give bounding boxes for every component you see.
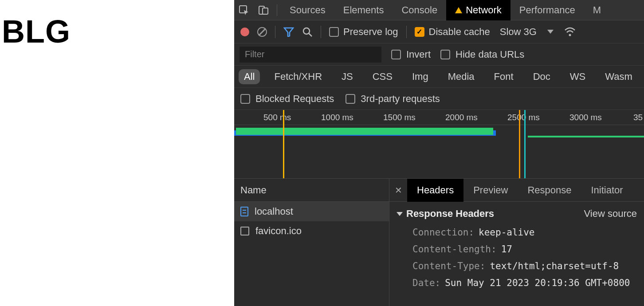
- chevron-down-icon: [397, 212, 403, 216]
- search-icon[interactable]: [302, 27, 313, 37]
- type-img[interactable]: Img: [407, 69, 434, 84]
- header-value: keep-alive: [479, 227, 534, 238]
- tick: 3000 ms: [569, 113, 602, 122]
- filter-input[interactable]: [240, 47, 381, 63]
- disable-cache-checkbox[interactable]: Disable cache: [415, 26, 490, 38]
- close-detail-button[interactable]: ✕: [389, 185, 407, 196]
- request-detail: ✕ Headers Preview Response Initiator Res…: [389, 179, 644, 306]
- tab-performance[interactable]: Performance: [510, 0, 584, 20]
- type-doc[interactable]: Doc: [528, 69, 556, 84]
- devtools-tabbar: Sources Elements Console Network Perform…: [234, 0, 644, 20]
- header-value: text/html;charset=utf-8: [490, 261, 619, 271]
- invert-checkbox[interactable]: Invert: [391, 49, 431, 60]
- document-icon: [240, 207, 248, 216]
- clear-button[interactable]: [257, 27, 267, 37]
- network-toolbar: Preserve log Disable cache Slow 3G: [234, 20, 644, 43]
- headers-pane: Response Headers View source Connection:…: [389, 202, 644, 306]
- request-name: localhost: [255, 206, 293, 217]
- header-value: 17: [501, 244, 512, 255]
- header-row: Connection:keep-alive: [397, 224, 637, 241]
- load-marker: [519, 110, 520, 178]
- response-headers-section[interactable]: Response Headers View source: [397, 206, 637, 224]
- type-js[interactable]: JS: [336, 69, 358, 84]
- devtools-panel: Sources Elements Console Network Perform…: [234, 0, 644, 306]
- record-button[interactable]: [240, 27, 249, 36]
- filter-toggle-icon[interactable]: [283, 27, 294, 37]
- device-toggle-icon[interactable]: [254, 0, 273, 20]
- extra-filters: Blocked Requests 3rd-party requests: [234, 88, 644, 110]
- svg-point-3: [303, 28, 310, 34]
- warning-icon: [455, 7, 462, 13]
- tab-network[interactable]: Network: [446, 0, 510, 20]
- filter-bar: Invert Hide data URLs: [234, 43, 644, 66]
- request-list: Name localhost favicon.ico: [234, 179, 389, 306]
- header-value: Sun May 21 2023 20:19:36 GMT+0800: [445, 278, 630, 288]
- header-key: Connection:: [412, 227, 474, 238]
- split-view: Name localhost favicon.ico ✕ Headers Pre…: [234, 179, 644, 306]
- preserve-log-label: Preserve log: [343, 26, 398, 38]
- timeline-ruler: 500 ms 1000 ms 1500 ms 2000 ms 2500 ms 3…: [234, 110, 644, 125]
- preserve-log-checkbox[interactable]: Preserve log: [329, 26, 398, 38]
- svg-rect-2: [263, 8, 268, 14]
- tab-console[interactable]: Console: [393, 0, 446, 20]
- timeline-bar: [528, 136, 644, 137]
- type-font[interactable]: Font: [489, 69, 519, 84]
- type-fetchxhr[interactable]: Fetch/XHR: [269, 69, 327, 84]
- divider: [406, 26, 407, 38]
- type-ws[interactable]: WS: [565, 69, 591, 84]
- type-wasm[interactable]: Wasm: [600, 69, 638, 84]
- timeline-bar: [236, 128, 493, 135]
- tick: 500 ms: [263, 113, 291, 122]
- tick: 2500 ms: [507, 113, 540, 122]
- view-source-link[interactable]: View source: [584, 208, 637, 220]
- tab-more[interactable]: M: [584, 0, 610, 20]
- tab-headers[interactable]: Headers: [407, 179, 463, 202]
- tab-response[interactable]: Response: [518, 179, 581, 202]
- svg-point-5: [569, 34, 571, 36]
- divider: [321, 26, 321, 38]
- timeline-overview[interactable]: 500 ms 1000 ms 1500 ms 2000 ms 2500 ms 3…: [234, 110, 644, 179]
- disable-cache-label: Disable cache: [429, 26, 490, 38]
- detail-tabs: ✕ Headers Preview Response Initiator: [389, 179, 644, 202]
- tab-sources[interactable]: Sources: [281, 0, 334, 20]
- inspect-element-icon[interactable]: [234, 0, 254, 20]
- header-key: Content-length:: [412, 244, 497, 255]
- hide-data-urls-label: Hide data URLs: [456, 49, 524, 60]
- type-all[interactable]: All: [239, 69, 260, 84]
- thirdparty-requests-checkbox[interactable]: 3rd-party requests: [346, 93, 440, 105]
- network-conditions-icon[interactable]: [564, 27, 576, 37]
- invert-label: Invert: [406, 49, 431, 60]
- header-row: Content-Type:text/html;charset=utf-8: [397, 258, 637, 275]
- section-title: Response Headers: [406, 208, 494, 220]
- type-media[interactable]: Media: [443, 69, 480, 84]
- throttling-value: Slow 3G: [500, 26, 537, 38]
- hide-data-urls-checkbox[interactable]: Hide data URLs: [440, 49, 524, 60]
- request-row[interactable]: localhost: [234, 202, 389, 221]
- tick: 35: [633, 113, 643, 122]
- header-key: Content-Type:: [412, 261, 485, 271]
- tick: 1500 ms: [383, 113, 416, 122]
- tab-elements[interactable]: Elements: [334, 0, 393, 20]
- load-marker: [524, 110, 526, 178]
- header-row: Date:Sun May 21 2023 20:19:36 GMT+0800: [397, 275, 637, 291]
- request-row[interactable]: favicon.ico: [234, 221, 389, 241]
- divider: [277, 4, 277, 16]
- dcl-marker: [283, 110, 284, 178]
- blocked-label: Blocked Requests: [255, 93, 334, 105]
- resource-type-filters: All Fetch/XHR JS CSS Img Media Font Doc …: [234, 66, 644, 88]
- rendered-page: BLG: [0, 0, 234, 306]
- thirdparty-label: 3rd-party requests: [361, 93, 440, 105]
- header-key: Date:: [412, 278, 440, 288]
- throttling-select[interactable]: Slow 3G: [500, 26, 554, 38]
- tick: 2000 ms: [445, 113, 478, 122]
- header-row: Content-length:17: [397, 241, 637, 258]
- image-icon: [240, 227, 249, 235]
- tab-network-label: Network: [466, 4, 502, 16]
- request-name: favicon.ico: [255, 225, 302, 237]
- tab-initiator[interactable]: Initiator: [581, 179, 632, 202]
- type-css[interactable]: CSS: [367, 69, 398, 84]
- blocked-requests-checkbox[interactable]: Blocked Requests: [240, 93, 334, 105]
- divider: [275, 26, 275, 38]
- tab-preview[interactable]: Preview: [463, 179, 518, 202]
- column-name[interactable]: Name: [234, 179, 389, 202]
